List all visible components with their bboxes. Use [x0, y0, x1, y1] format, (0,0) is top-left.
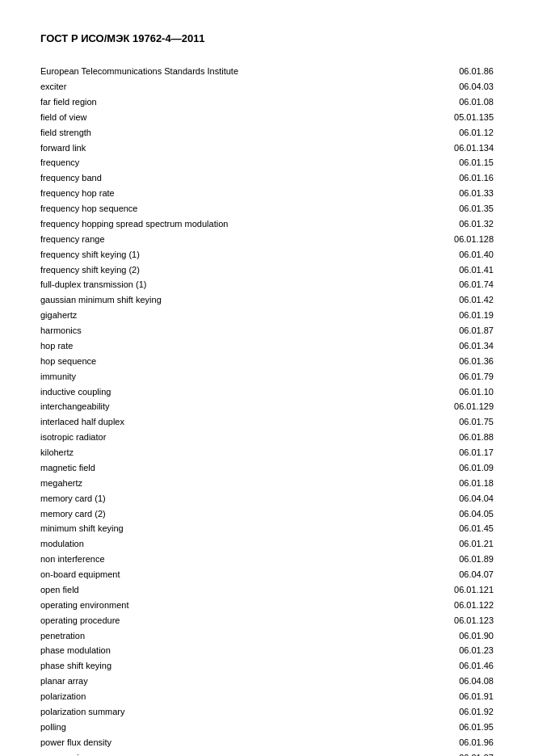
- ref-cell: 06.01.92: [381, 704, 494, 720]
- ref-cell: 06.01.08: [381, 94, 494, 110]
- table-row: memory card (2)06.04.05: [40, 506, 494, 521]
- ref-cell: 06.01.23: [381, 643, 494, 658]
- ref-cell: 06.04.07: [381, 567, 494, 582]
- term-cell: immunity: [40, 369, 381, 384]
- term-cell: European Telecommunications Standards In…: [40, 64, 381, 79]
- term-cell: power flux density: [40, 735, 381, 750]
- ref-cell: 06.01.89: [381, 552, 494, 567]
- table-row: harmonics06.01.87: [40, 323, 494, 338]
- ref-cell: 06.01.75: [381, 414, 494, 430]
- table-row: power gain06.01.97: [40, 750, 494, 756]
- term-cell: magnetic field: [40, 460, 381, 476]
- table-row: interchangeability06.01.129: [40, 399, 494, 414]
- ref-cell: 06.01.33: [381, 186, 494, 201]
- ref-cell: 06.01.40: [381, 247, 494, 262]
- term-cell: kilohertz: [40, 445, 381, 460]
- table-row: penetration06.01.90: [40, 628, 494, 643]
- table-row: frequency06.01.15: [40, 155, 494, 170]
- table-row: immunity06.01.79: [40, 369, 494, 384]
- term-cell: on-board equipment: [40, 567, 381, 582]
- term-cell: field strength: [40, 125, 381, 141]
- table-row: frequency shift keying (2)06.01.41: [40, 262, 494, 277]
- ref-cell: 06.01.90: [381, 628, 494, 643]
- table-row: operating procedure06.01.123: [40, 613, 494, 628]
- table-row: field strength06.01.12: [40, 125, 494, 141]
- term-cell: frequency: [40, 155, 381, 170]
- ref-cell: 06.01.41: [381, 262, 494, 277]
- term-cell: non interference: [40, 552, 381, 567]
- ref-cell: 06.01.79: [381, 369, 494, 384]
- term-cell: frequency hop sequence: [40, 201, 381, 216]
- table-row: open field06.01.121: [40, 582, 494, 598]
- ref-cell: 06.01.123: [381, 613, 494, 628]
- table-row: European Telecommunications Standards In…: [40, 64, 494, 79]
- ref-cell: 06.01.97: [381, 750, 494, 756]
- ref-cell: 06.01.32: [381, 216, 494, 232]
- ref-cell: 06.01.121: [381, 582, 494, 598]
- ref-cell: 06.01.95: [381, 720, 494, 735]
- ref-cell: 06.04.05: [381, 506, 494, 521]
- table-row: minimum shift keying06.01.45: [40, 521, 494, 536]
- table-row: field of view05.01.135: [40, 110, 494, 125]
- term-cell: hop sequence: [40, 354, 381, 369]
- table-row: frequency hop sequence06.01.35: [40, 201, 494, 216]
- ref-cell: 06.01.122: [381, 598, 494, 613]
- term-cell: gigahertz: [40, 308, 381, 323]
- ref-cell: 06.01.21: [381, 536, 494, 552]
- term-cell: forward link: [40, 140, 381, 155]
- table-row: on-board equipment06.04.07: [40, 567, 494, 582]
- table-row: modulation06.01.21: [40, 536, 494, 552]
- ref-cell: 06.01.87: [381, 323, 494, 338]
- ref-cell: 06.04.08: [381, 674, 494, 689]
- term-cell: frequency band: [40, 170, 381, 186]
- table-row: operating environment06.01.122: [40, 598, 494, 613]
- table-row: inductive coupling06.01.10: [40, 384, 494, 399]
- table-row: polarization summary06.01.92: [40, 704, 494, 720]
- ref-cell: 06.01.45: [381, 521, 494, 536]
- term-cell: frequency shift keying (1): [40, 247, 381, 262]
- ref-cell: 06.01.36: [381, 354, 494, 369]
- ref-cell: 06.01.09: [381, 460, 494, 476]
- term-cell: hop rate: [40, 338, 381, 354]
- ref-cell: 06.01.96: [381, 735, 494, 750]
- term-cell: polarization summary: [40, 704, 381, 720]
- table-row: phase modulation06.01.23: [40, 643, 494, 658]
- page-title: ГОСТ Р ИСО/МЭК 19762-4—2011: [40, 32, 494, 44]
- table-row: far field region06.01.08: [40, 94, 494, 110]
- term-cell: phase modulation: [40, 643, 381, 658]
- term-cell: isotropic radiator: [40, 430, 381, 445]
- table-row: megahertz06.01.18: [40, 476, 494, 491]
- ref-cell: 06.01.46: [381, 658, 494, 674]
- table-row: gigahertz06.01.19: [40, 308, 494, 323]
- table-row: planar array06.04.08: [40, 674, 494, 689]
- term-cell: memory card (2): [40, 506, 381, 521]
- index-table: European Telecommunications Standards In…: [40, 64, 494, 756]
- ref-cell: 06.04.03: [381, 79, 494, 94]
- table-row: frequency shift keying (1)06.01.40: [40, 247, 494, 262]
- term-cell: power gain: [40, 750, 381, 756]
- term-cell: inductive coupling: [40, 384, 381, 399]
- term-cell: interlaced half duplex: [40, 414, 381, 430]
- table-row: hop sequence06.01.36: [40, 354, 494, 369]
- term-cell: polarization: [40, 689, 381, 704]
- ref-cell: 06.04.04: [381, 491, 494, 506]
- table-row: phase shift keying06.01.46: [40, 658, 494, 674]
- table-row: magnetic field06.01.09: [40, 460, 494, 476]
- term-cell: open field: [40, 582, 381, 598]
- ref-cell: 06.01.17: [381, 445, 494, 460]
- term-cell: penetration: [40, 628, 381, 643]
- term-cell: far field region: [40, 94, 381, 110]
- term-cell: frequency shift keying (2): [40, 262, 381, 277]
- term-cell: frequency hop rate: [40, 186, 381, 201]
- table-row: frequency range06.01.128: [40, 232, 494, 247]
- table-row: frequency hopping spread spectrum modula…: [40, 216, 494, 232]
- ref-cell: 06.01.16: [381, 170, 494, 186]
- term-cell: modulation: [40, 536, 381, 552]
- table-row: polarization06.01.91: [40, 689, 494, 704]
- term-cell: harmonics: [40, 323, 381, 338]
- ref-cell: 06.01.74: [381, 277, 494, 292]
- term-cell: planar array: [40, 674, 381, 689]
- term-cell: memory card (1): [40, 491, 381, 506]
- ref-cell: 06.01.18: [381, 476, 494, 491]
- ref-cell: 06.01.91: [381, 689, 494, 704]
